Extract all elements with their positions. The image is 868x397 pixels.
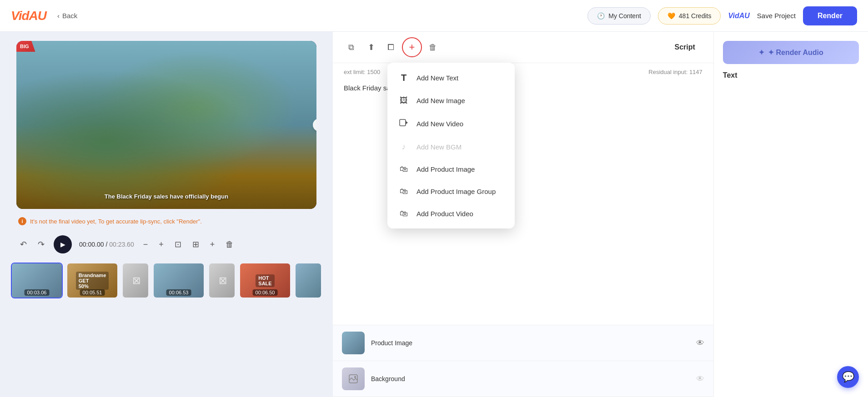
video-badge: BIG <box>16 41 35 52</box>
delete-timeline-button[interactable]: 🗑 <box>224 238 236 251</box>
split-button[interactable]: ⊞ <box>191 238 201 251</box>
text-icon: T <box>398 73 409 83</box>
timeline-thumb-2[interactable]: BrandnameGET50% 00:05.51 <box>66 263 118 298</box>
text-limit: ext limit: 1500 <box>344 69 380 75</box>
video-container: BIG The Black Friday sales have official… <box>16 41 316 209</box>
text-section-label: Text <box>723 71 859 79</box>
add-product-image-group-item[interactable]: 🛍 Add Product Image Group <box>387 180 515 203</box>
product-image-icon: 🛍 <box>398 164 409 174</box>
add-product-image-label: Add Product Image <box>416 165 475 173</box>
my-content-label: My Content <box>608 12 641 20</box>
current-time: 00:00.00 <box>79 241 104 248</box>
add-product-video-item[interactable]: 🛍 Add Product Video <box>387 203 515 225</box>
timeline: 00:03.06 BrandnameGET50% 00:05.51 ⊠ 00:0… <box>11 259 322 302</box>
delete-tool-button[interactable]: 🗑 <box>424 38 442 56</box>
left-panel: BIG The Black Friday sales have official… <box>0 32 333 397</box>
right-side-panel: ✦ ✦ Render Audio Text <box>713 32 868 397</box>
background-thumbnail <box>342 367 365 390</box>
timeline-thumb-5[interactable]: ⊠ <box>208 263 236 298</box>
upload-tool-button[interactable]: ⬆ <box>362 38 380 56</box>
product-image-group-icon: 🛍 <box>398 187 409 196</box>
my-content-button[interactable]: 🕐 My Content <box>587 7 651 25</box>
zoom-out-button[interactable]: − <box>141 238 150 251</box>
clock-icon: 🕐 <box>597 12 605 20</box>
video-icon <box>398 118 409 129</box>
background-visibility-toggle[interactable]: 👁 <box>696 374 704 384</box>
main-layout: BIG The Black Friday sales have official… <box>0 32 868 397</box>
add-element-button[interactable]: + <box>402 37 422 57</box>
add-text-label: Add New Text <box>416 74 458 82</box>
product-image-visibility-toggle[interactable]: 👁 <box>696 338 704 348</box>
product-image-layer-label: Product Image <box>371 339 690 347</box>
add-video-item[interactable]: Add New Video <box>387 112 515 136</box>
toolbar: ⧉ ⬆ ⧠ + 🗑 Script T Add New Text 🖼 Add Ne… <box>333 32 713 63</box>
credits-button[interactable]: 🧡 481 Credits <box>658 7 721 25</box>
back-button[interactable]: ‹ Back <box>57 12 77 20</box>
play-button[interactable]: ▶ <box>54 235 72 253</box>
add-product-image-item[interactable]: 🛍 Add Product Image <box>387 158 515 180</box>
save-project-button[interactable]: Save Project <box>757 12 796 20</box>
add-image-label: Add New Image <box>416 97 465 104</box>
playback-controls: ↶ ↷ ▶ 00:00.00 / 00:23.60 − + ⊡ ⊞ + 🗑 <box>11 232 322 257</box>
back-label: Back <box>62 12 77 20</box>
chat-icon: 💬 <box>842 371 854 383</box>
zoom-in-button[interactable]: + <box>157 238 166 251</box>
product-image-layer-item[interactable]: Product Image 👁 <box>333 325 713 361</box>
copy-tool-button[interactable]: ⧉ <box>342 38 360 56</box>
warning-bar: i It's not the final video yet, To get a… <box>11 213 322 230</box>
add-product-video-label: Add Product Video <box>416 210 473 218</box>
time-display: 00:00.00 / 00:23.60 <box>79 241 134 248</box>
timeline-thumb-1[interactable]: 00:03.06 <box>11 263 63 298</box>
layers-tool-button[interactable]: ⧠ <box>382 38 400 56</box>
add-element-dropdown: T Add New Text 🖼 Add New Image Add New V… <box>387 63 515 228</box>
video-preview: BIG The Black Friday sales have official… <box>16 41 316 209</box>
vidau-brand: VidAU <box>728 12 749 20</box>
logo: VidAU <box>11 9 46 23</box>
undo-button[interactable]: ↶ <box>18 238 29 251</box>
render-button[interactable]: Render <box>803 6 857 25</box>
layer-panel: Product Image 👁 Background 👁 <box>333 325 713 397</box>
image-icon: 🖼 <box>398 96 409 105</box>
product-video-icon: 🛍 <box>398 209 409 218</box>
sparkle-icon: ✦ <box>758 48 764 57</box>
timeline-thumb-6[interactable]: HOTSALE 00:06.50 <box>239 263 291 298</box>
render-audio-label: ✦ Render Audio <box>768 48 823 57</box>
product-image-thumbnail <box>342 332 365 354</box>
music-icon: ♪ <box>398 142 409 152</box>
chat-bubble-button[interactable]: 💬 <box>837 366 859 388</box>
right-panel: ⧉ ⬆ ⧠ + 🗑 Script T Add New Text 🖼 Add Ne… <box>333 32 713 397</box>
heart-icon: 🧡 <box>667 12 675 20</box>
background-layer-label: Background <box>371 375 690 382</box>
header-left: VidAU ‹ Back <box>11 9 77 23</box>
fit-button[interactable]: ⊡ <box>173 238 183 251</box>
add-image-item[interactable]: 🖼 Add New Image <box>387 89 515 112</box>
add-timeline-button[interactable]: + <box>208 238 217 251</box>
redo-button[interactable]: ↷ <box>36 238 46 251</box>
warning-icon: i <box>18 217 26 225</box>
svg-rect-0 <box>400 119 406 126</box>
back-arrow-icon: ‹ <box>57 12 60 20</box>
render-audio-button[interactable]: ✦ ✦ Render Audio <box>723 41 859 64</box>
add-bgm-item: ♪ Add New BGM <box>387 136 515 158</box>
svg-point-3 <box>354 376 356 378</box>
video-subtitle: The Black Friday sales have officially b… <box>105 193 228 200</box>
timeline-thumb-4[interactable]: 00:06.53 <box>153 263 205 298</box>
add-bgm-label: Add New BGM <box>416 143 462 151</box>
timeline-thumb-7[interactable] <box>295 263 322 298</box>
svg-marker-1 <box>406 121 408 124</box>
header: VidAU ‹ Back 🕐 My Content 🧡 481 Credits … <box>0 0 868 32</box>
script-label: Script <box>665 43 704 51</box>
header-right: 🕐 My Content 🧡 481 Credits VidAU Save Pr… <box>587 6 857 25</box>
warning-text: It's not the final video yet, To get acc… <box>30 218 202 225</box>
credits-label: 481 Credits <box>679 12 712 20</box>
timeline-thumb-3[interactable]: ⊠ <box>122 263 149 298</box>
add-text-item[interactable]: T Add New Text <box>387 66 515 89</box>
add-product-image-group-label: Add Product Image Group <box>416 188 496 195</box>
background-layer-item[interactable]: Background 👁 <box>333 361 713 397</box>
residual-input: Residual input: 1147 <box>648 69 702 75</box>
add-video-label: Add New Video <box>416 120 463 128</box>
total-time: 00:23.60 <box>109 241 134 248</box>
